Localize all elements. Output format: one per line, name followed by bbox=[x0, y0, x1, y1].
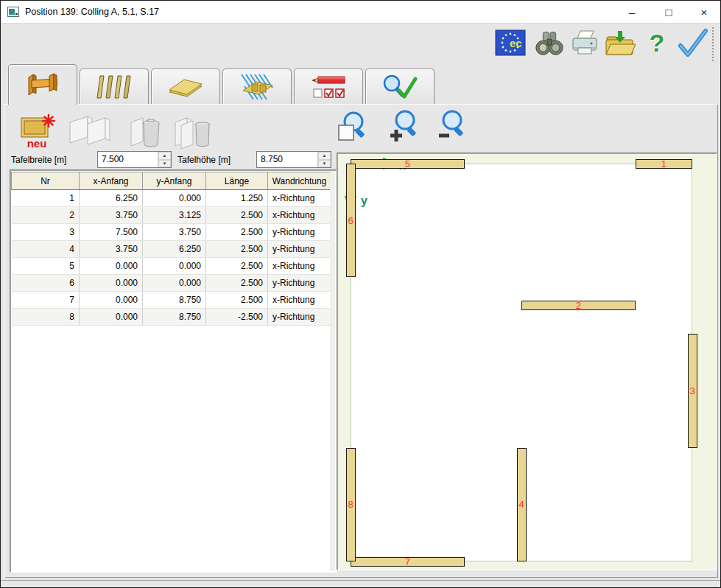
wall-number-label: 6 bbox=[348, 216, 353, 225]
table-cell[interactable]: 0.000 bbox=[143, 275, 206, 292]
window-title: Position 139: Colling A, 5.1, S.17 bbox=[25, 7, 159, 17]
wall-segment[interactable]: 4 bbox=[517, 448, 527, 561]
save-button[interactable] bbox=[603, 26, 636, 60]
table-cell[interactable]: -2.500 bbox=[206, 309, 268, 326]
table-cell[interactable]: 2.500 bbox=[206, 207, 268, 224]
table-row[interactable]: 80.0008.750-2.500y-Richtung bbox=[12, 309, 331, 326]
table-cell[interactable]: 0.000 bbox=[143, 190, 206, 207]
copy-wall-button[interactable] bbox=[64, 111, 117, 150]
wall-number-label: 1 bbox=[661, 159, 667, 169]
wall-segment[interactable]: 7 bbox=[351, 557, 465, 567]
confirm-button[interactable] bbox=[674, 26, 712, 60]
drawing-canvas[interactable]: x y 12345678 bbox=[337, 153, 717, 570]
spin-down-icon[interactable]: ▼ bbox=[158, 160, 171, 168]
table-cell[interactable]: 2.500 bbox=[206, 292, 268, 309]
table-cell[interactable]: 0.000 bbox=[80, 275, 143, 292]
wall-segment[interactable]: 5 bbox=[351, 159, 465, 169]
table-cell[interactable]: 6 bbox=[12, 275, 80, 292]
new-wall-button[interactable]: neu bbox=[15, 108, 58, 151]
table-row[interactable]: 23.7503.1252.500x-Richtung bbox=[12, 207, 331, 224]
table-cell[interactable]: 3.750 bbox=[80, 207, 143, 224]
print-button[interactable] bbox=[569, 26, 601, 60]
table-cell[interactable]: 7.500 bbox=[80, 224, 143, 241]
tafelhoehe-spinner[interactable]: ▲▼ bbox=[317, 152, 331, 167]
delete-all-walls-button[interactable] bbox=[172, 113, 216, 150]
spin-up-icon[interactable]: ▲ bbox=[318, 152, 331, 160]
wall-segment[interactable]: 6 bbox=[346, 164, 356, 277]
tab-panel[interactable] bbox=[151, 69, 220, 104]
wall-segment[interactable]: 8 bbox=[346, 448, 356, 561]
table-row[interactable]: 37.5003.7502.500y-Richtung bbox=[12, 224, 331, 241]
table-cell[interactable]: 0.000 bbox=[143, 258, 206, 275]
maximize-button[interactable]: □ bbox=[652, 1, 686, 23]
table-cell[interactable]: 3.125 bbox=[143, 207, 206, 224]
table-scrollbar-track[interactable] bbox=[330, 171, 335, 571]
table-cell[interactable]: 7 bbox=[12, 292, 80, 309]
table-cell[interactable]: x-Richtung bbox=[268, 292, 331, 309]
zoom-window-button[interactable] bbox=[335, 108, 373, 147]
table-cell[interactable]: 2.500 bbox=[206, 224, 268, 241]
table-cell[interactable]: 3 bbox=[12, 224, 80, 241]
tab-panel-loads[interactable] bbox=[222, 69, 292, 104]
tafelhoehe-value[interactable]: 8.750 bbox=[257, 152, 317, 167]
table-cell[interactable]: 0.000 bbox=[80, 292, 143, 309]
close-button[interactable]: × bbox=[687, 1, 721, 23]
wall-segment[interactable]: 2 bbox=[521, 301, 636, 310]
tab-results-check[interactable] bbox=[365, 69, 435, 104]
tafelhoehe-input[interactable]: 8.750 ▲▼ bbox=[256, 151, 331, 168]
table-cell[interactable]: 2.500 bbox=[206, 275, 268, 292]
spin-up-icon[interactable]: ▲ bbox=[158, 152, 171, 160]
table-cell[interactable]: 5 bbox=[12, 258, 80, 275]
wall-number-label: 3 bbox=[689, 386, 694, 396]
table-row[interactable]: 50.0000.0002.500x-Richtung bbox=[12, 258, 331, 275]
table-row[interactable]: 60.0000.0002.500y-Richtung bbox=[12, 275, 331, 292]
table-cell[interactable]: 0.000 bbox=[80, 258, 143, 275]
table-cell[interactable]: y-Richtung bbox=[268, 241, 331, 258]
wall-segment[interactable]: 1 bbox=[636, 159, 692, 169]
table-cell[interactable]: 8.750 bbox=[143, 309, 206, 326]
table-cell[interactable]: 1.250 bbox=[206, 190, 268, 207]
table-cell[interactable]: 6.250 bbox=[80, 190, 143, 207]
table-cell[interactable]: 4 bbox=[12, 241, 80, 258]
table-cell[interactable]: 2.500 bbox=[206, 258, 268, 275]
table-cell[interactable]: 8 bbox=[12, 309, 80, 326]
tab-joists[interactable] bbox=[80, 69, 149, 104]
spin-down-icon[interactable]: ▼ bbox=[318, 160, 331, 168]
tab-input-check[interactable] bbox=[294, 69, 363, 104]
help-button[interactable]: ? bbox=[643, 26, 671, 60]
table-row[interactable]: 43.7506.2502.500y-Richtung bbox=[12, 241, 331, 258]
walls-table-panel: Nrx-Anfangy-AnfangLängeWandrichtung16.25… bbox=[10, 169, 337, 573]
delete-wall-button[interactable] bbox=[126, 113, 164, 150]
table-cell[interactable]: 8.750 bbox=[143, 292, 206, 309]
table-cell[interactable]: y-Richtung bbox=[268, 224, 331, 241]
zoom-window-icon bbox=[336, 109, 373, 146]
table-cell[interactable]: y-Richtung bbox=[268, 309, 331, 326]
zoom-in-button[interactable] bbox=[385, 108, 423, 147]
panel-icon bbox=[166, 74, 205, 99]
table-cell[interactable]: 0.000 bbox=[80, 309, 143, 326]
table-row[interactable]: 70.0008.7502.500x-Richtung bbox=[12, 292, 331, 309]
minimize-button[interactable]: – bbox=[615, 1, 649, 23]
table-cell[interactable]: 1 bbox=[12, 190, 80, 207]
table-cell[interactable]: 6.250 bbox=[143, 241, 206, 258]
new-wall-label: neu bbox=[27, 137, 47, 150]
eurocode-button[interactable]: ec bbox=[494, 26, 527, 60]
table-cell[interactable]: 2 bbox=[12, 207, 80, 224]
tab-walls[interactable] bbox=[8, 64, 77, 105]
check-icon bbox=[675, 27, 711, 59]
table-cell[interactable]: y-Richtung bbox=[268, 275, 331, 292]
delete-all-walls-icon bbox=[172, 113, 215, 149]
table-cell[interactable]: x-Richtung bbox=[268, 207, 331, 224]
tafelbreite-spinner[interactable]: ▲▼ bbox=[158, 152, 171, 167]
table-cell[interactable]: 3.750 bbox=[80, 241, 143, 258]
table-cell[interactable]: 3.750 bbox=[143, 224, 206, 241]
search-button[interactable] bbox=[533, 26, 566, 60]
table-cell[interactable]: 2.500 bbox=[206, 241, 268, 258]
table-row[interactable]: 16.2500.0001.250x-Richtung bbox=[12, 190, 331, 207]
tafelbreite-value[interactable]: 7.500 bbox=[98, 152, 158, 167]
table-cell[interactable]: x-Richtung bbox=[268, 190, 331, 207]
wall-segment[interactable]: 3 bbox=[688, 334, 697, 447]
zoom-out-button[interactable] bbox=[432, 108, 471, 147]
tafelbreite-input[interactable]: 7.500 ▲▼ bbox=[97, 151, 172, 168]
table-cell[interactable]: x-Richtung bbox=[268, 258, 331, 275]
